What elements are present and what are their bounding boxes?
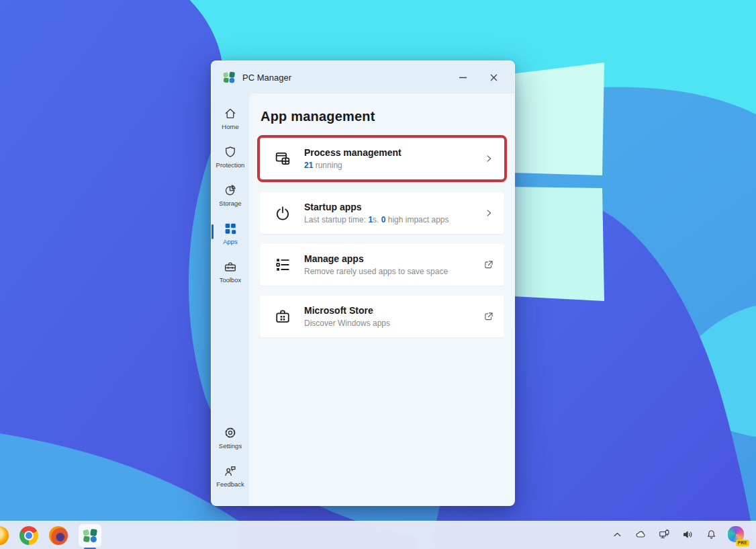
process-window-icon: [273, 149, 292, 168]
tray-bell-button[interactable]: [702, 527, 720, 544]
sidebar-item-storage[interactable]: Storage: [211, 178, 249, 212]
window-controls: [447, 61, 514, 93]
sidebar-spacer: [211, 293, 249, 421]
taskbar-icon-gold-browser[interactable]: [0, 526, 9, 545]
subtitle-text: Discover Windows apps: [304, 319, 390, 328]
feedback-icon: [223, 464, 238, 478]
subtitle-text: Remove rarely used apps to save space: [304, 267, 448, 276]
tray-cloud-button[interactable]: [632, 527, 649, 544]
desktop: PC Manager HomeProtectionStorageAppsTool…: [0, 0, 756, 549]
close-icon: [489, 73, 499, 83]
pc-manager-logo-icon: [222, 71, 236, 84]
card-subtitle: Last startup time: 1s. 0 high impact app…: [304, 215, 476, 224]
card-subtitle: Discover Windows apps: [304, 319, 476, 328]
sidebar-item-label: Storage: [219, 200, 241, 207]
sidebar-item-settings[interactable]: Settings: [211, 421, 249, 454]
sidebar-item-label: Settings: [219, 442, 242, 450]
apps-grid-icon: [223, 221, 238, 236]
sidebar-item-label: Toolbox: [220, 276, 242, 284]
card-title: Startup apps: [304, 202, 476, 212]
sidebar-item-home[interactable]: Home: [211, 101, 249, 135]
sidebar-item-apps[interactable]: Apps: [211, 216, 249, 250]
storage-pie-icon: [223, 183, 238, 198]
minimize-icon: [458, 73, 468, 83]
minimize-button[interactable]: [447, 66, 478, 89]
store-icon: [273, 307, 292, 326]
sidebar-item-feedback[interactable]: Feedback: [211, 459, 249, 493]
card-text: Manage appsRemove rarely used apps to sa…: [304, 253, 476, 276]
power-icon: [273, 204, 292, 222]
taskbar-pinned-apps: [0, 521, 101, 549]
cloud-icon: [634, 528, 647, 543]
sidebar-item-label: Home: [222, 123, 238, 130]
tray-network-display-button[interactable]: [655, 527, 673, 544]
sidebar-item-toolbox[interactable]: Toolbox: [211, 255, 249, 288]
taskbar-icon-firefox[interactable]: [49, 526, 68, 545]
taskbar-icon-chrome[interactable]: [19, 526, 38, 545]
content-panel: App management Process management21 runn…: [249, 93, 514, 505]
taskbar: PRE: [0, 521, 756, 549]
card-text: Microsoft StoreDiscover Windows apps: [304, 305, 476, 328]
chevron-up-icon: [611, 528, 624, 543]
external-link-icon: [483, 259, 495, 271]
system-tray: PRE: [608, 526, 756, 545]
app-list-icon: [273, 255, 292, 274]
pc-manager-window: PC Manager HomeProtectionStorageAppsTool…: [211, 60, 515, 506]
home-icon: [223, 106, 238, 121]
volume-icon: [681, 528, 694, 543]
card-text: Process management21 running: [304, 147, 476, 170]
chevron-right-icon: [483, 153, 495, 165]
gear-icon: [223, 425, 238, 440]
subtitle-text: running: [313, 161, 342, 170]
card-subtitle: Remove rarely used apps to save space: [304, 267, 476, 276]
sidebar-item-label: Protection: [216, 161, 245, 169]
network-display-icon: [658, 528, 671, 543]
sidebar-item-protection[interactable]: Protection: [211, 140, 249, 173]
bell-icon: [705, 528, 718, 543]
card-text: Startup appsLast startup time: 1s. 0 hig…: [304, 202, 476, 224]
card-manage-apps[interactable]: Manage appsRemove rarely used apps to sa…: [260, 244, 504, 286]
sidebar: HomeProtectionStorageAppsToolbox Setting…: [211, 93, 249, 505]
taskbar-icon-pc-manager[interactable]: [79, 524, 101, 547]
tray-volume-button[interactable]: [679, 527, 696, 544]
card-microsoft-store[interactable]: Microsoft StoreDiscover Windows apps: [260, 296, 504, 337]
tray-icons: [608, 527, 720, 544]
sidebar-item-label: Apps: [223, 238, 238, 245]
card-process-management[interactable]: Process management21 running: [260, 138, 504, 179]
selected-indicator: [211, 224, 214, 239]
card-title: Microsoft Store: [304, 305, 476, 316]
card-title: Manage apps: [304, 253, 476, 264]
copilot-pre-badge: PRE: [736, 540, 749, 546]
card-startup-apps[interactable]: Startup appsLast startup time: 1s. 0 hig…: [260, 192, 504, 234]
external-link-icon: [483, 310, 495, 323]
window-title: PC Manager: [242, 73, 291, 83]
sidebar-item-label: Feedback: [216, 480, 244, 488]
card-list: Process management21 runningStartup apps…: [260, 138, 504, 337]
tray-chevron-up-button[interactable]: [608, 527, 626, 544]
chevron-right-icon: [483, 207, 495, 219]
card-title: Process management: [304, 147, 476, 158]
close-button[interactable]: [478, 66, 509, 89]
card-subtitle: 21 running: [304, 161, 476, 170]
toolbox-icon: [223, 259, 238, 274]
subtitle-text: Last startup time:: [304, 215, 368, 224]
copilot-icon[interactable]: PRE: [728, 526, 747, 545]
subtitle-value: 21: [304, 161, 313, 170]
window-titlebar[interactable]: PC Manager: [211, 61, 514, 93]
shield-icon: [223, 144, 238, 159]
subtitle-text: s.: [373, 215, 381, 224]
page-title: App management: [261, 109, 504, 124]
subtitle-text: high impact apps: [385, 215, 448, 224]
chrome-core: [26, 532, 32, 539]
